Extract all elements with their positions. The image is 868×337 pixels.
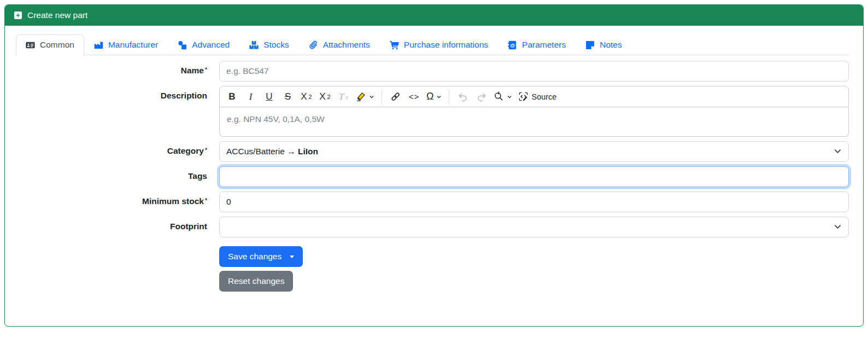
redo-button[interactable] [472,88,490,105]
actions-row: Save changes Reset changes [16,246,849,292]
special-characters-button[interactable]: Ω [424,88,444,105]
redo-icon [477,92,486,102]
underline-button[interactable]: U [260,88,278,105]
minimum-stock-row: Minimum stock* [16,191,849,212]
tags-row: Tags [16,166,849,187]
tags-input[interactable] [219,166,849,187]
plus-square-icon [14,11,22,20]
minimum-stock-label: Minimum stock* [16,191,219,206]
tab-parameters[interactable]: @ Parameters [498,34,576,55]
tab-label: Attachments [323,40,370,50]
bold-button[interactable]: B [223,88,241,105]
reset-button[interactable]: Reset changes [219,271,293,292]
svg-text:@: @ [510,42,515,48]
tab-notes[interactable]: Notes [576,34,632,55]
source-icon [518,91,529,102]
description-row: Description B I U S X2 X2 Tx [16,86,849,137]
tab-label: Parameters [522,40,566,50]
page-title: Create new part [27,10,87,20]
category-row: Category* ACCus/Batterie → LiIon [16,141,849,162]
tab-common[interactable]: Common [16,34,84,55]
tab-manufacturer[interactable]: Manufacturer [84,34,168,55]
strikethrough-button[interactable]: S [279,88,297,105]
source-label: Source [531,92,556,101]
description-editor[interactable]: e.g. NPN 45V, 0,1A, 0,5W [219,107,849,137]
chevron-down-icon [436,94,442,100]
tab-advanced[interactable]: Advanced [168,34,239,55]
code-button[interactable]: <> [405,88,423,105]
footprint-row: Footprint [16,217,849,237]
tab-label: Common [40,40,74,50]
shapes-icon [178,40,187,50]
tab-label: Manufacturer [108,40,158,50]
boxes-icon [249,40,259,50]
source-button[interactable]: Source [515,88,559,105]
highlight-button[interactable] [353,88,377,105]
tags-label: Tags [16,166,219,181]
create-part-card: Create new part Common Manufacturer [4,4,864,327]
footprint-select[interactable] [219,217,849,237]
subscript-button[interactable]: X2 [297,88,315,105]
chevron-down-icon [834,223,842,231]
superscript-button[interactable]: X2 [316,88,334,105]
undo-icon [458,92,468,102]
required-marker: * [205,197,207,204]
tab-purchase-informations[interactable]: Purchase informations [380,34,498,55]
required-marker: * [205,147,207,153]
required-marker: * [205,66,207,73]
card-header: Create new part [5,5,863,26]
remove-format-button[interactable]: Tx [335,88,353,105]
paperclip-icon [309,40,318,50]
minimum-stock-input[interactable] [219,191,849,212]
link-icon [390,91,401,102]
toolbar-separator [449,90,449,103]
category-select[interactable]: ACCus/Batterie → LiIon [219,141,849,162]
tab-label: Stocks [263,40,289,50]
footprint-label: Footprint [16,217,219,231]
name-row: Name* [16,61,849,82]
chevron-down-icon [369,94,374,100]
caret-down-icon [290,255,294,258]
tab-label: Purchase informations [404,40,488,50]
link-button[interactable] [386,88,404,105]
highlighter-icon [356,91,366,102]
tab-label: Notes [600,40,622,50]
name-label: Name* [16,61,219,75]
description-label: Description [16,86,219,101]
find-replace-icon [494,91,504,102]
id-card-icon [26,40,35,50]
undo-button[interactable] [454,88,472,105]
find-replace-button[interactable] [491,88,515,105]
name-input[interactable] [219,61,849,82]
italic-button[interactable]: I [242,88,260,105]
tab-label: Advanced [192,40,230,50]
tab-attachments[interactable]: Attachments [299,34,380,55]
industry-icon [94,40,103,50]
tab-stocks[interactable]: Stocks [239,34,299,55]
sticky-note-icon [585,40,595,50]
toolbar-separator [382,90,382,103]
chevron-down-icon [507,94,512,100]
save-button[interactable]: Save changes [219,246,303,267]
chevron-down-icon [834,147,842,155]
editor-toolbar: B I U S X2 X2 Tx [219,86,849,107]
tab-bar: Common Manufacturer Advanced Stocks [16,34,849,55]
address-book-icon: @ [508,40,517,50]
shopping-cart-icon [390,40,399,50]
category-label: Category* [16,141,219,156]
